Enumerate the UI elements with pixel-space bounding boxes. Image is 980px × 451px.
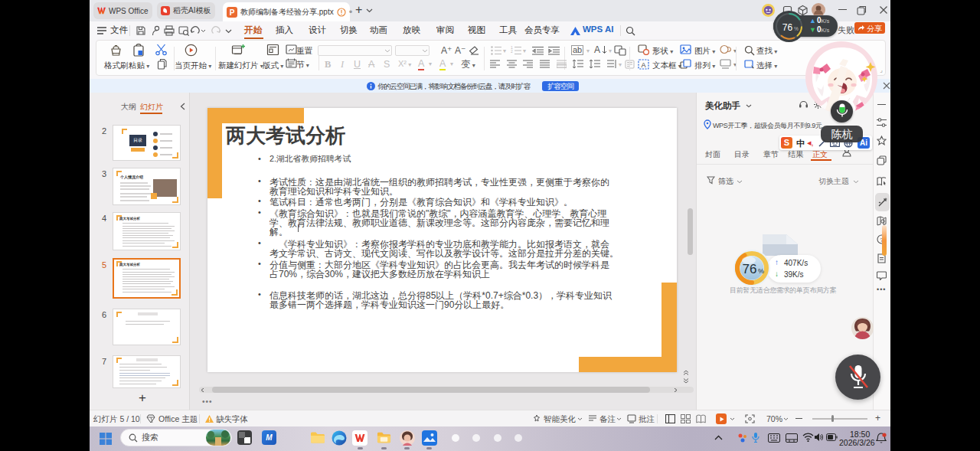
svg-text:%: % <box>794 26 799 31</box>
svg-text:A: A <box>641 61 645 69</box>
svg-text:76: 76 <box>743 262 757 276</box>
svg-text:2: 2 <box>511 49 513 54</box>
svg-text:76: 76 <box>782 22 793 33</box>
svg-text:%: % <box>758 267 764 275</box>
svg-text:P: P <box>230 8 235 17</box>
